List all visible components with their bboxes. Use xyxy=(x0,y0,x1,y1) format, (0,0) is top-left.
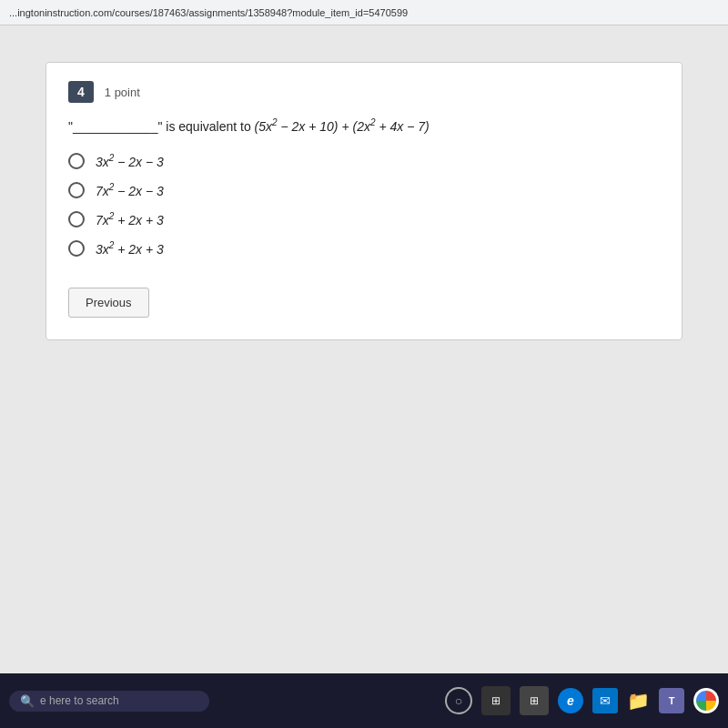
question-header: 4 1 point xyxy=(68,81,660,103)
taskbar-icons: ○ ⊞ ⊞ e ✉ 📁 T xyxy=(445,686,719,715)
option-text-d: 3x2 + 2x + 3 xyxy=(96,240,164,257)
question-expression: (5x2 − 2x + 10) + (2x2 + 4x − 7) xyxy=(255,119,430,134)
circle-icon: ○ xyxy=(455,693,462,708)
answer-option-c[interactable]: 7x2 + 2x + 3 xyxy=(68,211,660,228)
question-blank: ____________ xyxy=(73,119,157,134)
question-points: 1 point xyxy=(105,86,140,99)
answer-option-d[interactable]: 3x2 + 2x + 3 xyxy=(68,240,660,257)
option-text-b: 7x2 − 2x − 3 xyxy=(96,182,164,198)
answer-option-b[interactable]: 7x2 − 2x − 3 xyxy=(68,182,660,198)
radio-b[interactable] xyxy=(68,182,85,198)
taskbar-search-text: e here to search xyxy=(40,694,119,707)
question-number: 4 xyxy=(68,81,94,103)
taskbar: 🔍 e here to search ○ ⊞ ⊞ e ✉ 📁 T xyxy=(0,673,728,728)
windows-search-button[interactable]: ○ xyxy=(445,687,472,714)
question-prompt-is-equivalent: " is equivalent to xyxy=(157,119,254,134)
option-text-a: 3x2 − 2x − 3 xyxy=(96,153,164,169)
question-text: "____________" is equivalent to (5x2 − 2… xyxy=(68,116,660,136)
browser-bar: ...ingtoninstruction.com/courses/187463/… xyxy=(0,0,728,25)
taskview-icon: ⊞ xyxy=(491,694,500,707)
task-view-button[interactable]: ⊞ xyxy=(481,686,511,715)
windows-icon: ⊞ xyxy=(530,694,539,707)
quiz-card: 4 1 point "____________" is equivalent t… xyxy=(46,62,682,340)
previous-button[interactable]: Previous xyxy=(68,288,149,318)
page-area: 4 1 point "____________" is equivalent t… xyxy=(0,25,728,673)
answer-option-a[interactable]: 3x2 − 2x − 3 xyxy=(68,153,660,169)
chrome-icon[interactable] xyxy=(693,688,719,713)
folder-icon[interactable]: 📁 xyxy=(627,690,650,712)
windows-button[interactable]: ⊞ xyxy=(520,686,549,715)
teams-icon[interactable]: T xyxy=(659,688,684,713)
mail-icon[interactable]: ✉ xyxy=(592,688,618,713)
radio-d[interactable] xyxy=(68,240,85,257)
option-text-c: 7x2 + 2x + 3 xyxy=(96,211,164,228)
search-icon: 🔍 xyxy=(20,694,35,708)
edge-browser-icon[interactable]: e xyxy=(558,688,583,713)
browser-url: ...ingtoninstruction.com/courses/187463/… xyxy=(9,7,408,18)
taskbar-search[interactable]: 🔍 e here to search xyxy=(9,691,209,712)
radio-c[interactable] xyxy=(68,211,85,228)
radio-a[interactable] xyxy=(68,153,85,169)
